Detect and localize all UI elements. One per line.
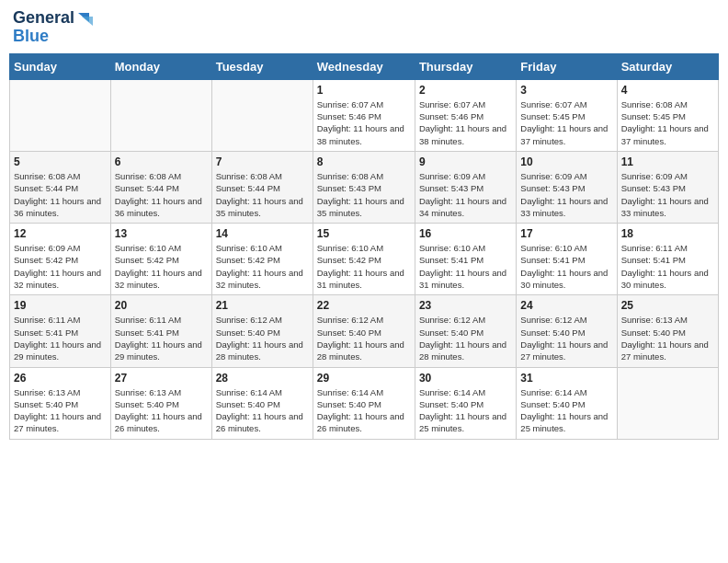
calendar-cell: 24Sunrise: 6:12 AMSunset: 5:40 PMDayligh… <box>517 295 617 367</box>
day-info: Sunrise: 6:07 AMSunset: 5:46 PMDaylight:… <box>419 98 512 147</box>
day-number: 11 <box>621 155 714 168</box>
day-info: Sunrise: 6:13 AMSunset: 5:40 PMDaylight:… <box>115 386 208 435</box>
calendar-cell: 1Sunrise: 6:07 AMSunset: 5:46 PMDaylight… <box>313 79 415 151</box>
calendar-cell: 6Sunrise: 6:08 AMSunset: 5:44 PMDaylight… <box>110 151 211 223</box>
week-row-0: 1Sunrise: 6:07 AMSunset: 5:46 PMDaylight… <box>10 79 719 151</box>
week-row-1: 5Sunrise: 6:08 AMSunset: 5:44 PMDaylight… <box>10 151 719 223</box>
day-number: 4 <box>621 84 714 97</box>
day-number: 13 <box>115 227 208 240</box>
calendar-cell: 30Sunrise: 6:14 AMSunset: 5:40 PMDayligh… <box>415 367 516 439</box>
day-info: Sunrise: 6:14 AMSunset: 5:40 PMDaylight:… <box>520 386 612 435</box>
calendar-cell: 29Sunrise: 6:14 AMSunset: 5:40 PMDayligh… <box>313 367 415 439</box>
calendar-cell: 3Sunrise: 6:07 AMSunset: 5:45 PMDaylight… <box>517 79 617 151</box>
day-info: Sunrise: 6:09 AMSunset: 5:43 PMDaylight:… <box>520 170 612 219</box>
calendar-cell: 11Sunrise: 6:09 AMSunset: 5:43 PMDayligh… <box>617 151 718 223</box>
calendar-cell: 19Sunrise: 6:11 AMSunset: 5:41 PMDayligh… <box>10 295 111 367</box>
day-info: Sunrise: 6:08 AMSunset: 5:44 PMDaylight:… <box>115 170 208 219</box>
calendar-cell: 14Sunrise: 6:10 AMSunset: 5:42 PMDayligh… <box>211 224 313 295</box>
col-header-thursday: Thursday <box>415 53 516 79</box>
svg-marker-1 <box>82 17 93 26</box>
calendar-table: SundayMondayTuesdayWednesdayThursdayFrid… <box>9 53 719 440</box>
day-number: 9 <box>419 155 512 168</box>
day-number: 30 <box>419 372 512 385</box>
day-info: Sunrise: 6:10 AMSunset: 5:42 PMDaylight:… <box>115 242 208 291</box>
calendar-cell: 9Sunrise: 6:09 AMSunset: 5:43 PMDaylight… <box>415 151 516 223</box>
calendar-cell: 8Sunrise: 6:08 AMSunset: 5:43 PMDaylight… <box>313 151 415 223</box>
calendar-cell: 18Sunrise: 6:11 AMSunset: 5:41 PMDayligh… <box>617 224 718 295</box>
day-info: Sunrise: 6:08 AMSunset: 5:44 PMDaylight:… <box>216 170 309 219</box>
day-number: 2 <box>419 84 512 97</box>
calendar-cell <box>10 79 111 151</box>
calendar-cell: 16Sunrise: 6:10 AMSunset: 5:41 PMDayligh… <box>415 224 516 295</box>
calendar-cell: 2Sunrise: 6:07 AMSunset: 5:46 PMDaylight… <box>415 79 516 151</box>
calendar-cell: 27Sunrise: 6:13 AMSunset: 5:40 PMDayligh… <box>110 367 211 439</box>
logo-blue: Blue <box>13 28 49 46</box>
day-number: 16 <box>419 227 512 240</box>
week-row-4: 26Sunrise: 6:13 AMSunset: 5:40 PMDayligh… <box>10 367 719 439</box>
day-info: Sunrise: 6:10 AMSunset: 5:42 PMDaylight:… <box>317 242 411 291</box>
calendar-cell <box>617 367 718 439</box>
day-info: Sunrise: 6:08 AMSunset: 5:45 PMDaylight:… <box>621 98 714 147</box>
logo-general: General <box>13 9 74 28</box>
header-row: SundayMondayTuesdayWednesdayThursdayFrid… <box>10 53 719 79</box>
day-info: Sunrise: 6:10 AMSunset: 5:41 PMDaylight:… <box>419 242 512 291</box>
calendar-cell <box>211 79 313 151</box>
day-info: Sunrise: 6:12 AMSunset: 5:40 PMDaylight:… <box>419 314 512 362</box>
day-info: Sunrise: 6:07 AMSunset: 5:45 PMDaylight:… <box>520 98 612 147</box>
calendar-cell: 17Sunrise: 6:10 AMSunset: 5:41 PMDayligh… <box>517 224 617 295</box>
calendar-cell: 13Sunrise: 6:10 AMSunset: 5:42 PMDayligh… <box>110 224 211 295</box>
calendar-cell: 10Sunrise: 6:09 AMSunset: 5:43 PMDayligh… <box>517 151 617 223</box>
day-number: 1 <box>317 84 411 97</box>
week-row-2: 12Sunrise: 6:09 AMSunset: 5:42 PMDayligh… <box>10 224 719 295</box>
day-number: 5 <box>14 155 107 168</box>
calendar-cell: 31Sunrise: 6:14 AMSunset: 5:40 PMDayligh… <box>517 367 617 439</box>
day-number: 29 <box>317 372 411 385</box>
day-number: 12 <box>14 227 107 240</box>
day-info: Sunrise: 6:08 AMSunset: 5:44 PMDaylight:… <box>14 170 107 219</box>
calendar-cell: 26Sunrise: 6:13 AMSunset: 5:40 PMDayligh… <box>10 367 111 439</box>
col-header-sunday: Sunday <box>10 53 111 79</box>
day-info: Sunrise: 6:09 AMSunset: 5:42 PMDaylight:… <box>14 242 107 291</box>
day-info: Sunrise: 6:13 AMSunset: 5:40 PMDaylight:… <box>14 386 107 435</box>
day-number: 22 <box>317 299 411 312</box>
week-row-3: 19Sunrise: 6:11 AMSunset: 5:41 PMDayligh… <box>10 295 719 367</box>
day-info: Sunrise: 6:14 AMSunset: 5:40 PMDaylight:… <box>216 386 309 435</box>
day-number: 10 <box>520 155 612 168</box>
day-number: 25 <box>621 299 714 312</box>
day-number: 3 <box>520 84 612 97</box>
logo: General Blue <box>13 9 95 46</box>
calendar-cell: 15Sunrise: 6:10 AMSunset: 5:42 PMDayligh… <box>313 224 415 295</box>
day-info: Sunrise: 6:13 AMSunset: 5:40 PMDaylight:… <box>621 314 714 362</box>
calendar-cell: 7Sunrise: 6:08 AMSunset: 5:44 PMDaylight… <box>211 151 313 223</box>
day-info: Sunrise: 6:14 AMSunset: 5:40 PMDaylight:… <box>317 386 411 435</box>
day-number: 31 <box>520 372 612 385</box>
calendar-cell: 5Sunrise: 6:08 AMSunset: 5:44 PMDaylight… <box>10 151 111 223</box>
day-number: 27 <box>115 372 208 385</box>
day-number: 26 <box>14 372 107 385</box>
day-number: 14 <box>216 227 309 240</box>
calendar-cell: 23Sunrise: 6:12 AMSunset: 5:40 PMDayligh… <box>415 295 516 367</box>
day-number: 24 <box>520 299 612 312</box>
day-info: Sunrise: 6:11 AMSunset: 5:41 PMDaylight:… <box>14 314 107 362</box>
header: General Blue <box>9 9 719 46</box>
day-number: 6 <box>115 155 208 168</box>
calendar-cell <box>110 79 211 151</box>
day-info: Sunrise: 6:10 AMSunset: 5:41 PMDaylight:… <box>520 242 612 291</box>
calendar-cell: 25Sunrise: 6:13 AMSunset: 5:40 PMDayligh… <box>617 295 718 367</box>
calendar-cell: 20Sunrise: 6:11 AMSunset: 5:41 PMDayligh… <box>110 295 211 367</box>
day-number: 28 <box>216 372 309 385</box>
calendar-cell: 28Sunrise: 6:14 AMSunset: 5:40 PMDayligh… <box>211 367 313 439</box>
day-info: Sunrise: 6:10 AMSunset: 5:42 PMDaylight:… <box>216 242 309 291</box>
day-number: 8 <box>317 155 411 168</box>
logo-arrow-icon <box>76 9 95 28</box>
col-header-friday: Friday <box>517 53 617 79</box>
day-number: 18 <box>621 227 714 240</box>
day-info: Sunrise: 6:12 AMSunset: 5:40 PMDaylight:… <box>216 314 309 362</box>
calendar-cell: 21Sunrise: 6:12 AMSunset: 5:40 PMDayligh… <box>211 295 313 367</box>
day-info: Sunrise: 6:11 AMSunset: 5:41 PMDaylight:… <box>115 314 208 362</box>
day-info: Sunrise: 6:08 AMSunset: 5:43 PMDaylight:… <box>317 170 411 219</box>
day-info: Sunrise: 6:09 AMSunset: 5:43 PMDaylight:… <box>621 170 714 219</box>
day-info: Sunrise: 6:12 AMSunset: 5:40 PMDaylight:… <box>317 314 411 362</box>
col-header-tuesday: Tuesday <box>211 53 313 79</box>
col-header-saturday: Saturday <box>617 53 718 79</box>
